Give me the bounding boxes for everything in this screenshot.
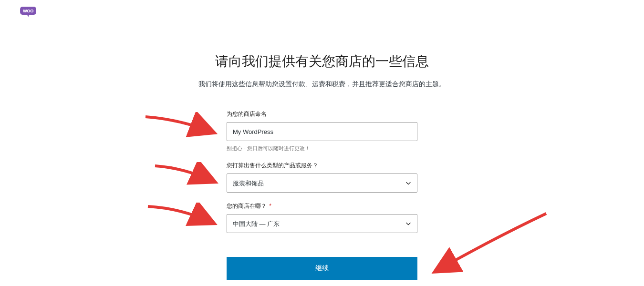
onboarding-content: 请向我们提供有关您商店的一些信息 我们将使用这些信息帮助您设置付款、运费和税费，… — [0, 0, 644, 280]
store-name-group: 为您的商店命名 别担心 - 您日后可以随时进行更改！ — [227, 110, 417, 152]
page-subtitle: 我们将使用这些信息帮助您设置付款、运费和税费，并且推荐更适合您商店的主题。 — [198, 80, 446, 89]
product-type-group: 您打算出售什么类型的产品或服务？ 服装和饰品 — [227, 162, 417, 193]
product-type-label: 您打算出售什么类型的产品或服务？ — [227, 162, 417, 170]
location-group: 您的商店在哪？ * 中国大陆 — 广东 — [227, 202, 417, 233]
location-label: 您的商店在哪？ * — [227, 202, 417, 210]
required-marker: * — [269, 203, 271, 209]
continue-button[interactable]: 继续 — [227, 257, 417, 280]
store-name-input[interactable] — [227, 122, 417, 141]
location-label-text: 您的商店在哪？ — [227, 203, 267, 209]
store-info-form: 为您的商店命名 别担心 - 您日后可以随时进行更改！ 您打算出售什么类型的产品或… — [227, 110, 417, 280]
page-heading: 请向我们提供有关您商店的一些信息 — [215, 52, 429, 71]
location-select[interactable]: 中国大陆 — 广东 — [227, 214, 417, 233]
store-name-helper: 别担心 - 您日后可以随时进行更改！ — [227, 145, 417, 152]
product-type-select[interactable]: 服装和饰品 — [227, 174, 417, 193]
svg-text:WOO: WOO — [23, 9, 33, 13]
woo-logo: WOO — [20, 7, 36, 17]
store-name-label: 为您的商店命名 — [227, 110, 417, 118]
